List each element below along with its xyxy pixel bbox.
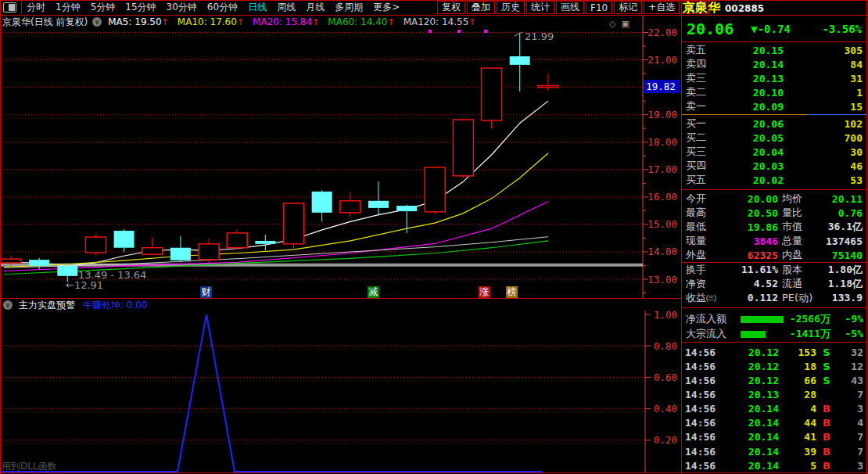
stat-value: 20.00 bbox=[730, 193, 778, 205]
buy-row-1: 买二20.05700 bbox=[682, 131, 866, 145]
candle-up-17 bbox=[482, 68, 502, 120]
menu-item-5[interactable]: 60分钟 bbox=[207, 1, 238, 14]
candle-up-8 bbox=[227, 233, 247, 248]
menu-item-8[interactable]: 月线 bbox=[306, 1, 325, 14]
tick-price: 20.12 bbox=[718, 347, 779, 358]
tick-row-7: 14:5620.1439B7 bbox=[682, 444, 866, 458]
tick-vol: 44 bbox=[779, 417, 816, 429]
candle-down-1 bbox=[29, 260, 49, 266]
candle-up-12 bbox=[340, 201, 360, 213]
ob-vol: 700 bbox=[784, 132, 866, 144]
menu-item-4[interactable]: 30分钟 bbox=[167, 1, 197, 14]
stat-value: 0.112 bbox=[730, 292, 778, 303]
ob-label: 卖四 bbox=[682, 57, 717, 71]
stat-value: 0.76 bbox=[824, 207, 866, 219]
tick-count: 43 bbox=[837, 375, 866, 386]
candle-down-2 bbox=[57, 266, 77, 276]
tick-time: 14:56 bbox=[682, 403, 718, 415]
menu-item-6[interactable]: 日线 bbox=[248, 1, 267, 14]
stock-identity: 京泉华 002885 bbox=[683, 0, 764, 15]
tick-count: 7 bbox=[837, 389, 866, 400]
last-price-tag: 19.82 bbox=[646, 81, 676, 92]
tick-list: 14:5620.12153S3214:5620.1218S1214:5620.1… bbox=[682, 345, 866, 472]
ob-label: 买二 bbox=[682, 131, 717, 145]
flow-pct: -9% bbox=[830, 313, 866, 325]
signal-dot bbox=[429, 30, 432, 33]
candle-up-19 bbox=[538, 86, 558, 88]
tick-row-4: 14:5620.144B3 bbox=[682, 402, 866, 416]
tick-row-1: 14:5620.1218S12 bbox=[682, 359, 866, 373]
tick-vol: 5 bbox=[779, 460, 816, 472]
panel-icon[interactable]: ▣ bbox=[621, 19, 629, 29]
indicator-series-label: 牛赚乾坤: 0.00 bbox=[83, 299, 148, 312]
toolbar-button-6[interactable]: 标记 bbox=[614, 1, 642, 14]
tick-vol: 18 bbox=[779, 361, 816, 372]
indicator-line bbox=[0, 314, 542, 472]
tick-row-0: 14:5620.12153S32 bbox=[682, 345, 866, 359]
ob-vol: 46 bbox=[784, 160, 866, 172]
menu-item-9[interactable]: 多周期 bbox=[335, 1, 363, 14]
stat-label: 流通 bbox=[778, 277, 824, 291]
toolbar-button-2[interactable]: 历史 bbox=[497, 1, 525, 14]
price-change-pct: -3.56% bbox=[822, 23, 862, 35]
toolbar-button-7[interactable]: +自选 bbox=[644, 1, 680, 14]
ob-price: 20.06 bbox=[717, 118, 784, 130]
ma-up-arrow: ↑ bbox=[387, 17, 394, 27]
y-axis-label: 16.00 bbox=[647, 191, 677, 203]
tick-time: 14:56 bbox=[682, 460, 718, 472]
tick-vol: 66 bbox=[779, 375, 816, 386]
stat-value: 3846 bbox=[730, 235, 778, 247]
tick-time: 14:56 bbox=[682, 431, 718, 443]
ma-label-4: MA120: 14.55↑ bbox=[404, 16, 476, 27]
ma-label-3: MA60: 14.40↑ bbox=[328, 16, 394, 27]
tick-count: 32 bbox=[837, 347, 866, 358]
signal-dot bbox=[457, 30, 461, 33]
chevron-down-icon[interactable]: ∨ bbox=[92, 17, 102, 27]
stat-label: 总量 bbox=[778, 234, 824, 248]
stat-label: 最高 bbox=[682, 206, 730, 220]
toolbar-button-4[interactable]: 画线 bbox=[556, 1, 584, 14]
y-axis-label: 13.00 bbox=[647, 274, 677, 285]
rp-sep-quote bbox=[682, 41, 866, 42]
candle-down-9 bbox=[255, 241, 275, 244]
ob-label: 卖二 bbox=[682, 85, 717, 99]
diamond-icon[interactable]: ◇ bbox=[609, 19, 615, 29]
ma-label-0: MA5: 19.50↑ bbox=[108, 16, 169, 27]
window-icon[interactable] bbox=[3, 2, 16, 13]
ob-vol: 30 bbox=[784, 146, 866, 158]
sub-y-label: 0.40 bbox=[654, 403, 677, 415]
orderbook-buys: 买一20.06102买二20.05700买三20.0430买四20.0346买五… bbox=[682, 117, 866, 187]
menu-item-10[interactable]: 更多> bbox=[373, 1, 400, 14]
menu-item-3[interactable]: 15分钟 bbox=[125, 1, 156, 14]
tick-count: 7 bbox=[837, 446, 866, 458]
stat-label: 换手 bbox=[682, 263, 730, 277]
ob-vol: 53 bbox=[784, 174, 866, 186]
tick-price: 20.12 bbox=[718, 361, 779, 372]
price-change: ▼-0.74 bbox=[751, 23, 791, 35]
flow-value: -2566万 bbox=[784, 312, 830, 326]
toolbar-button-5[interactable]: F10 bbox=[586, 1, 612, 14]
toolbar-button-1[interactable]: 叠加 bbox=[467, 1, 495, 14]
menu-item-7[interactable]: 周线 bbox=[277, 1, 296, 14]
menu-item-0[interactable]: 分时 bbox=[27, 1, 45, 14]
sub-y-label: 0.80 bbox=[654, 340, 677, 352]
sub-y-label: 0.60 bbox=[654, 372, 677, 383]
menu-item-2[interactable]: 5分钟 bbox=[91, 1, 116, 14]
toolbar-button-3[interactable]: 统计 bbox=[526, 1, 554, 14]
toolbar: 分时1分钟5分钟15分钟30分钟60分钟日线周线月线多周期更多> 复权叠加历史统… bbox=[0, 0, 868, 15]
indicator-chevron-icon[interactable]: ∨ bbox=[3, 300, 13, 310]
toolbar-button-0[interactable]: 复权 bbox=[437, 1, 465, 14]
menu-item-1[interactable]: 1分钟 bbox=[56, 1, 81, 14]
candle-up-10 bbox=[284, 203, 304, 244]
flow-pct: -5% bbox=[830, 328, 866, 339]
candle-down-4 bbox=[114, 231, 135, 248]
buy-row-3: 买四20.0346 bbox=[682, 159, 866, 173]
indicator-name[interactable]: 主力实盘预警 bbox=[19, 299, 75, 312]
tick-time: 14:56 bbox=[682, 347, 718, 358]
main-chart-canvas[interactable]: 22.0021.0019.0018.0017.0016.0015.0014.00… bbox=[0, 0, 682, 474]
stat-label: 收益㈢ bbox=[682, 291, 730, 305]
sell-row-1: 卖四20.1484 bbox=[682, 57, 866, 71]
candle-down-14 bbox=[396, 206, 417, 211]
y-axis-label: 22.00 bbox=[647, 27, 677, 38]
tick-time: 14:56 bbox=[682, 446, 718, 458]
